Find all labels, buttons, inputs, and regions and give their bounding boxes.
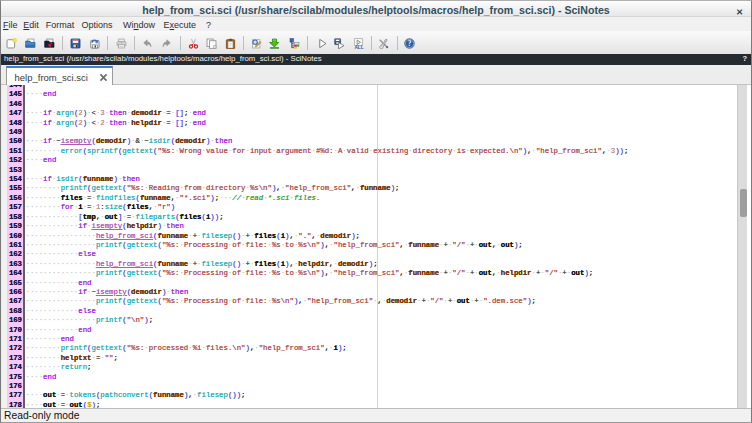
- svg-text:ALL: ALL: [354, 45, 363, 49]
- svg-text:?: ?: [408, 40, 412, 48]
